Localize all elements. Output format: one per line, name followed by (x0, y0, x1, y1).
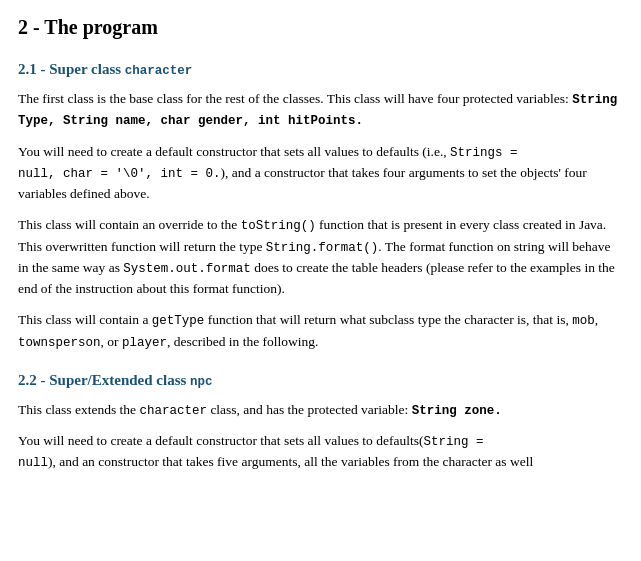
section-2-2-heading-text: 2.2 - Super/Extended class (18, 372, 190, 388)
paragraph-3: This class will contain an override to t… (18, 215, 623, 300)
paragraph-2: You will need to create a default constr… (18, 142, 623, 206)
paragraph-6: You will need to create a default constr… (18, 431, 623, 474)
page-title: 2 - The program (18, 12, 623, 42)
section-2-1-heading-text: 2.1 - Super class (18, 61, 125, 77)
paragraph-1: The first class is the base class for th… (18, 89, 623, 132)
section-2-2: 2.2 - Super/Extended class npc This clas… (18, 369, 623, 474)
section-2-1-heading-code: character (125, 64, 193, 78)
section-2-1-heading: 2.1 - Super class character (18, 58, 623, 81)
section-2-2-heading-code: npc (190, 375, 213, 389)
paragraph-4: This class will contain a getType functi… (18, 310, 623, 353)
paragraph-5: This class extends the character class, … (18, 400, 623, 421)
section-2-2-heading: 2.2 - Super/Extended class npc (18, 369, 623, 392)
section-2-1: 2.1 - Super class character The first cl… (18, 58, 623, 353)
